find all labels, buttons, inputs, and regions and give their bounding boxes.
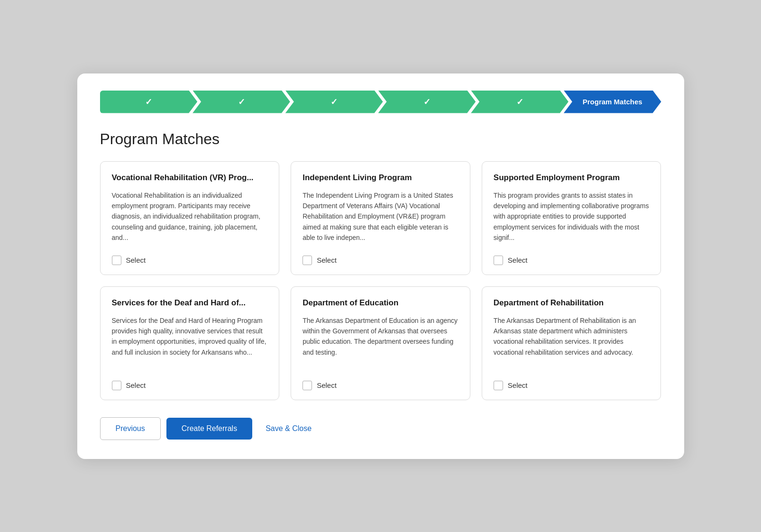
card-dept-education: Department of Education The Arkansas Dep… <box>291 286 470 400</box>
card-4-desc: Services for the Deaf and Hard of Hearin… <box>112 315 268 371</box>
card-3-select-row: Select <box>494 256 650 265</box>
card-6-select-label[interactable]: Select <box>508 381 528 389</box>
card-1-checkbox[interactable] <box>112 256 121 265</box>
step-4: ✓ <box>378 91 476 113</box>
previous-button[interactable]: Previous <box>100 417 161 440</box>
card-vr-program: Vocational Rehabilitation (VR) Prog... V… <box>100 161 280 275</box>
card-2-desc: The Independent Living Program is a Unit… <box>303 190 458 246</box>
card-3-select-label[interactable]: Select <box>508 256 528 264</box>
card-dept-rehabilitation: Department of Rehabilitation The Arkansa… <box>482 286 661 400</box>
card-4-select-row: Select <box>112 381 268 390</box>
card-1-select-label[interactable]: Select <box>126 256 146 264</box>
card-3-desc: This program provides grants to assist s… <box>494 190 650 246</box>
card-6-select-row: Select <box>494 381 650 390</box>
card-2-checkbox[interactable] <box>303 256 312 265</box>
card-2-select-label[interactable]: Select <box>317 256 337 264</box>
card-4-title: Services for the Deaf and Hard of... <box>112 298 268 308</box>
card-4-select-label[interactable]: Select <box>126 381 146 389</box>
step-1-check: ✓ <box>145 97 152 107</box>
save-close-button[interactable]: Save & Close <box>258 418 319 440</box>
card-6-title: Department of Rehabilitation <box>494 298 650 308</box>
card-3-title: Supported Employment Program <box>494 173 650 183</box>
step-5-check: ✓ <box>516 97 523 107</box>
card-independent-living: Independent Living Program The Independe… <box>291 161 470 275</box>
step-3-check: ✓ <box>330 97 338 107</box>
card-5-title: Department of Education <box>303 298 458 308</box>
step-1: ✓ <box>100 91 198 113</box>
footer: Previous Create Referrals Save & Close <box>100 417 661 440</box>
card-5-desc: The Arkansas Department of Education is … <box>303 315 458 371</box>
card-deaf-hard-of-hearing: Services for the Deaf and Hard of... Ser… <box>100 286 280 400</box>
card-1-desc: Vocational Rehabilitation is an individu… <box>112 190 268 246</box>
card-1-select-row: Select <box>112 256 268 265</box>
step-4-check: ✓ <box>423 97 431 107</box>
card-2-select-row: Select <box>303 256 458 265</box>
cards-grid: Vocational Rehabilitation (VR) Prog... V… <box>100 161 661 400</box>
card-3-checkbox[interactable] <box>494 256 503 265</box>
card-5-checkbox[interactable] <box>303 381 312 390</box>
card-4-checkbox[interactable] <box>112 381 121 390</box>
card-1-title: Vocational Rehabilitation (VR) Prog... <box>112 173 268 183</box>
modal-container: ✓ ✓ ✓ ✓ ✓ Program Matches Program Matche… <box>77 73 684 459</box>
card-6-checkbox[interactable] <box>494 381 503 390</box>
card-2-title: Independent Living Program <box>303 173 458 183</box>
step-5: ✓ <box>471 91 568 113</box>
step-6-label: Program Matches <box>583 98 642 106</box>
step-6-program-matches: Program Matches <box>564 91 661 113</box>
stepper: ✓ ✓ ✓ ✓ ✓ Program Matches <box>100 91 661 113</box>
card-supported-employment: Supported Employment Program This progra… <box>482 161 661 275</box>
step-3: ✓ <box>285 91 383 113</box>
card-5-select-label[interactable]: Select <box>317 381 337 389</box>
create-referrals-button[interactable]: Create Referrals <box>166 418 252 440</box>
step-2-check: ✓ <box>238 97 245 107</box>
page-title: Program Matches <box>100 130 661 148</box>
step-2: ✓ <box>193 91 290 113</box>
card-6-desc: The Arkansas Department of Rehabilitatio… <box>494 315 650 371</box>
card-5-select-row: Select <box>303 381 458 390</box>
